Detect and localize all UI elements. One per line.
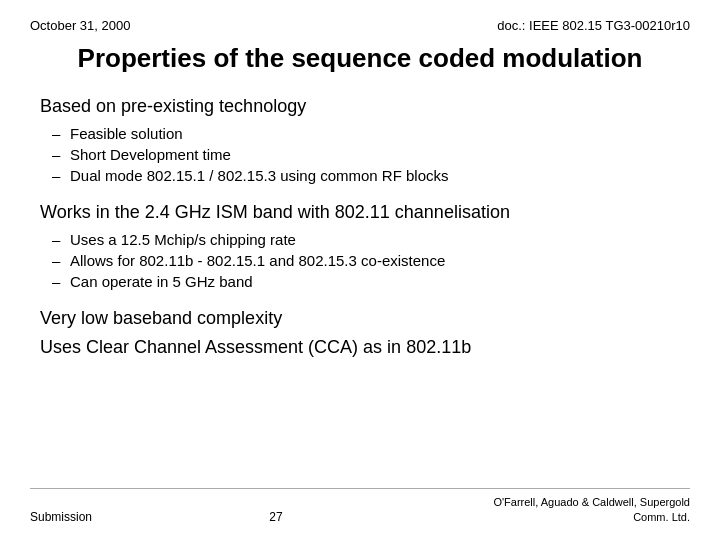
- footer-credit: O'Farrell, Aguado & Caldwell, Supergold …: [460, 495, 690, 524]
- footer-submission: Submission: [30, 510, 92, 524]
- list-item: Feasible solution: [70, 125, 690, 142]
- footer: Submission 27 O'Farrell, Aguado & Caldwe…: [30, 488, 690, 524]
- footer-page: 27: [269, 510, 282, 524]
- header-date: October 31, 2000: [30, 18, 130, 33]
- list-item: Short Development time: [70, 146, 690, 163]
- bullet-list-1: Feasible solution Short Development time…: [70, 125, 690, 184]
- header-doc: doc.: IEEE 802.15 TG3-00210r10: [497, 18, 690, 33]
- header: October 31, 2000 doc.: IEEE 802.15 TG3-0…: [30, 18, 690, 33]
- section-heading-1: Based on pre-existing technology: [40, 96, 690, 117]
- section-heading-2: Works in the 2.4 GHz ISM band with 802.1…: [40, 202, 690, 223]
- list-item: Uses a 12.5 Mchip/s chipping rate: [70, 231, 690, 248]
- section-heading-4: Uses Clear Channel Assessment (CCA) as i…: [40, 337, 690, 358]
- slide: October 31, 2000 doc.: IEEE 802.15 TG3-0…: [0, 0, 720, 540]
- list-item: Can operate in 5 GHz band: [70, 273, 690, 290]
- list-item: Allows for 802.11b - 802.15.1 and 802.15…: [70, 252, 690, 269]
- content-area: Based on pre-existing technology Feasibl…: [30, 96, 690, 488]
- bullet-list-2: Uses a 12.5 Mchip/s chipping rate Allows…: [70, 231, 690, 290]
- list-item: Dual mode 802.15.1 / 802.15.3 using comm…: [70, 167, 690, 184]
- slide-title: Properties of the sequence coded modulat…: [30, 43, 690, 74]
- section-heading-3: Very low baseband complexity: [40, 308, 690, 329]
